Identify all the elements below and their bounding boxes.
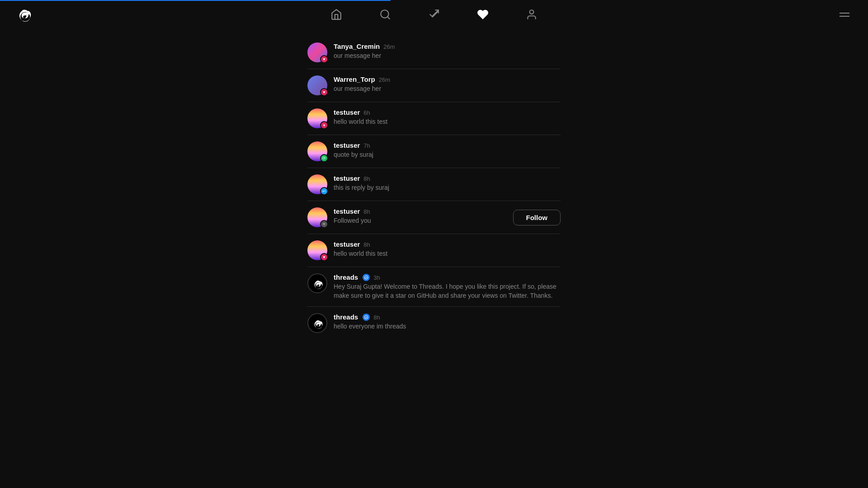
notification-header: testuser 7h xyxy=(334,141,561,149)
notification-content: testuser 8h Followed you xyxy=(334,207,507,225)
notification-header: testuser 6h xyxy=(334,108,561,116)
hamburger-icon xyxy=(840,13,849,17)
notification-username[interactable]: testuser xyxy=(334,174,360,182)
heart-badge: ♥ xyxy=(320,88,328,96)
notification-username[interactable]: threads xyxy=(334,273,358,281)
nav-home-icon[interactable] xyxy=(330,8,343,21)
notification-text: this is reply by suraj xyxy=(334,183,561,192)
avatar-wrapper[interactable]: ↩ xyxy=(307,174,327,194)
reply-badge: ↩ xyxy=(320,187,328,195)
notification-username[interactable]: testuser xyxy=(334,141,360,149)
notification-text: Hey Suraj Gupta! Welcome to Threads. I h… xyxy=(334,282,561,300)
notification-username[interactable]: Warren_Torp xyxy=(334,75,375,83)
notification-content: threads 8h hello everyone im threads xyxy=(334,313,561,331)
avatar-wrapper[interactable]: ♥ xyxy=(307,75,327,95)
notifications-feed: ♥ Tanya_Cremin 26m our message her ♥ War… xyxy=(307,29,561,488)
top-navigation xyxy=(0,0,868,29)
notification-content: Warren_Torp 26m our message her xyxy=(334,75,561,94)
notification-text: our message her xyxy=(334,84,561,94)
nav-center xyxy=(330,8,538,21)
nav-profile-icon[interactable] xyxy=(525,8,538,21)
mention-badge: ♥ xyxy=(320,121,328,129)
notification-content: testuser 8h hello world this test xyxy=(334,240,561,258)
notification-item: threads 3h Hey Suraj Gupta! Welcome to T… xyxy=(307,267,561,307)
notification-content: testuser 7h quote by suraj xyxy=(334,141,561,160)
heart-badge: ♥ xyxy=(320,253,328,261)
notification-time: 26m xyxy=(379,76,390,83)
notification-item: ♥ testuser 6h hello world this test xyxy=(307,102,561,135)
notification-time: 8h xyxy=(363,241,370,248)
avatar-wrapper[interactable]: + xyxy=(307,207,327,227)
notification-text: hello everyone im threads xyxy=(334,322,561,331)
menu-button[interactable] xyxy=(835,5,854,23)
notification-time: 8h xyxy=(363,208,370,215)
loading-bar xyxy=(0,0,391,1)
nav-compose-icon[interactable] xyxy=(428,8,440,21)
notification-username[interactable]: Tanya_Cremin xyxy=(334,42,380,50)
nav-activity-icon[interactable] xyxy=(476,8,489,21)
svg-point-2 xyxy=(530,10,534,14)
avatar-wrapper[interactable]: ♥ xyxy=(307,108,327,128)
avatar-image xyxy=(307,273,327,293)
heart-badge: ♥ xyxy=(320,55,328,63)
notification-content: Tanya_Cremin 26m our message her xyxy=(334,42,561,61)
notification-username[interactable]: testuser xyxy=(334,108,360,116)
notification-text: Followed you xyxy=(334,216,507,225)
app-logo[interactable] xyxy=(14,5,33,24)
notification-header: Warren_Torp 26m xyxy=(334,75,561,83)
notification-time: 6h xyxy=(363,109,370,116)
notification-item: ♥ Warren_Torp 26m our message her xyxy=(307,69,561,102)
notification-username[interactable]: testuser xyxy=(334,240,360,248)
notification-content: testuser 8h this is reply by suraj xyxy=(334,174,561,192)
notification-text: hello world this test xyxy=(334,249,561,258)
avatar-wrapper[interactable]: ♥ xyxy=(307,42,327,62)
notification-content: testuser 6h hello world this test xyxy=(334,108,561,127)
verified-badge xyxy=(363,274,370,281)
notification-username[interactable]: testuser xyxy=(334,207,360,215)
notification-item: ⟳ testuser 7h quote by suraj xyxy=(307,135,561,168)
follow-button[interactable]: Follow xyxy=(513,210,561,225)
notification-text: hello world this test xyxy=(334,117,561,127)
nav-search-icon[interactable] xyxy=(379,8,392,21)
avatar-image xyxy=(307,313,327,333)
avatar-wrapper[interactable] xyxy=(307,273,327,293)
feed-container: ♥ Tanya_Cremin 26m our message her ♥ War… xyxy=(0,29,868,488)
notification-time: 3h xyxy=(373,274,380,281)
notification-content: threads 3h Hey Suraj Gupta! Welcome to T… xyxy=(334,273,561,300)
notification-header: threads 8h xyxy=(334,313,561,321)
notification-item: ♥ Tanya_Cremin 26m our message her xyxy=(307,36,561,69)
notification-text: our message her xyxy=(334,52,561,61)
notification-header: testuser 8h xyxy=(334,240,561,248)
notification-text: quote by suraj xyxy=(334,150,561,160)
svg-line-1 xyxy=(387,17,390,19)
notification-item: + testuser 8h Followed you Follow xyxy=(307,201,561,234)
notification-item: ↩ testuser 8h this is reply by suraj xyxy=(307,168,561,201)
notification-header: threads 3h xyxy=(334,273,561,281)
notification-item: threads 8h hello everyone im threads xyxy=(307,307,561,339)
notification-header: testuser 8h xyxy=(334,207,507,215)
notification-time: 8h xyxy=(363,175,370,182)
repost-badge: ⟳ xyxy=(320,154,328,162)
avatar-wrapper[interactable] xyxy=(307,313,327,333)
notification-time: 26m xyxy=(383,43,395,50)
verified-badge xyxy=(363,314,370,321)
notification-time: 8h xyxy=(373,314,380,321)
notification-time: 7h xyxy=(363,142,370,149)
notification-username[interactable]: threads xyxy=(334,313,358,321)
follow-badge: + xyxy=(320,220,328,228)
avatar-wrapper[interactable]: ♥ xyxy=(307,240,327,260)
avatar-wrapper[interactable]: ⟳ xyxy=(307,141,327,161)
notification-header: testuser 8h xyxy=(334,174,561,182)
notification-item: ♥ testuser 8h hello world this test xyxy=(307,234,561,267)
notification-header: Tanya_Cremin 26m xyxy=(334,42,561,50)
